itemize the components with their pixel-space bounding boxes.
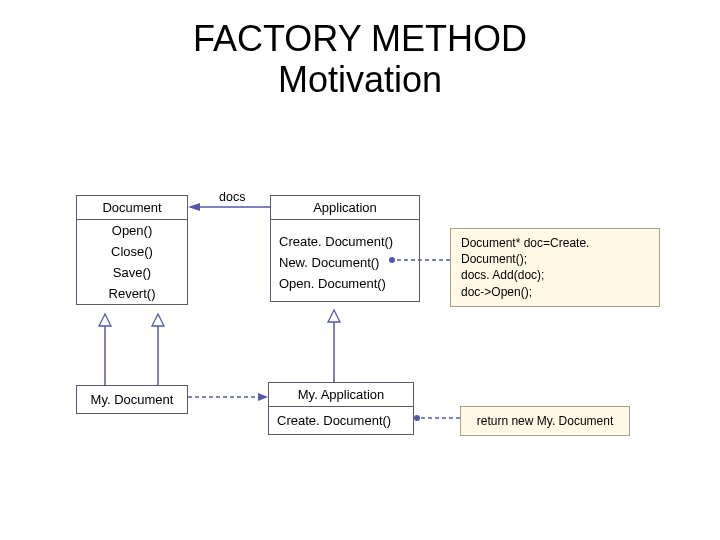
note1-line2: docs. Add(doc);	[461, 267, 649, 283]
class-myapplication-name: My. Application	[269, 383, 413, 407]
class-mydocument: My. Document	[76, 385, 188, 414]
note-my-create-document: return new My. Document	[460, 406, 630, 436]
class-application: Application Create. Document() New. Docu…	[270, 195, 420, 302]
svg-marker-1	[188, 203, 200, 211]
note-create-document: Document* doc=Create. Document(); docs. …	[450, 228, 660, 307]
op-close: Close()	[77, 241, 187, 262]
class-application-name: Application	[271, 196, 419, 220]
note1-line3: doc->Open();	[461, 284, 649, 300]
class-myapplication: My. Application Create. Document()	[268, 382, 414, 435]
op-open: Open()	[77, 220, 187, 241]
class-mydocument-name: My. Document	[77, 386, 187, 413]
svg-point-13	[414, 415, 420, 421]
note2-text: return new My. Document	[477, 414, 614, 428]
title-line-2: Motivation	[278, 59, 442, 100]
svg-marker-7	[328, 310, 340, 322]
svg-marker-3	[99, 314, 111, 326]
class-document: Document Open() Close() Save() Revert()	[76, 195, 188, 305]
op-create-document: Create. Document()	[271, 220, 419, 252]
note1-line1: Document* doc=Create. Document();	[461, 235, 649, 267]
svg-marker-9	[258, 393, 268, 401]
assoc-label-docs: docs	[219, 190, 245, 204]
slide-title: FACTORY METHOD Motivation	[0, 18, 720, 101]
op-revert: Revert()	[77, 283, 187, 304]
class-document-name: Document	[77, 196, 187, 220]
op-my-create-document: Create. Document()	[269, 407, 413, 434]
op-open-document: Open. Document()	[271, 273, 419, 301]
svg-marker-5	[152, 314, 164, 326]
op-new-document: New. Document()	[271, 252, 419, 273]
op-save: Save()	[77, 262, 187, 283]
title-line-1: FACTORY METHOD	[193, 18, 527, 59]
